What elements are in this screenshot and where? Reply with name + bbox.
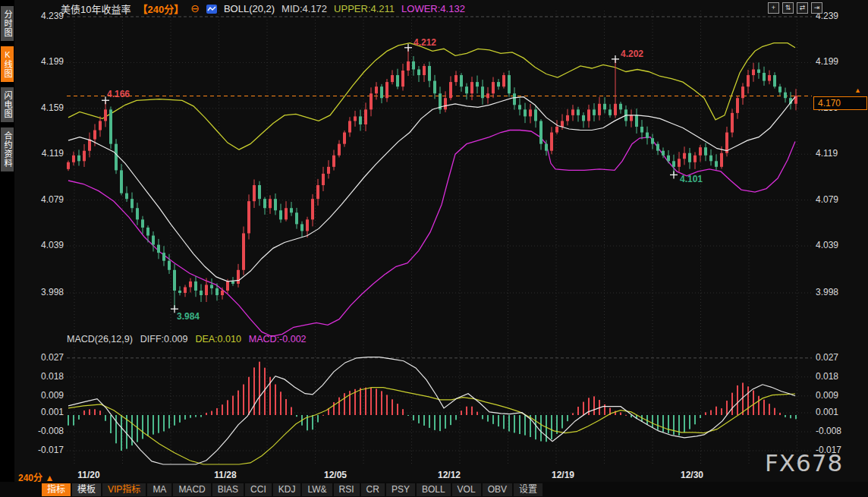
toolbar-button-VOL[interactable]: VOL — [452, 483, 481, 496]
price-extreme-annotation: 4.202 — [621, 49, 643, 59]
toolbar-button-MA[interactable]: MA — [147, 483, 171, 496]
candle — [757, 62, 760, 78]
toolbar-button-LW&[interactable]: LW& — [302, 483, 332, 496]
candle — [348, 117, 351, 137]
candle — [741, 83, 744, 105]
candle — [539, 119, 542, 149]
scale-y-icon[interactable]: ⇅ — [782, 2, 794, 14]
candle — [736, 96, 739, 119]
candle — [550, 127, 553, 154]
indicator-toolbar: 指标模板VIP指标MAMACDBIASCCIKDJLW&RSICRPSYBOLL… — [0, 482, 868, 497]
candle — [529, 104, 532, 124]
price-axis-label: 4.199 — [816, 56, 838, 67]
sidebar-tab-合约资料[interactable]: 合约资料 — [1, 127, 14, 171]
pan-right-icon[interactable]: ⇥ — [811, 2, 822, 14]
candle — [300, 222, 303, 237]
move-icon[interactable]: + — [768, 2, 779, 14]
chart-tool-icons: +⇅⇄⇥ — [768, 2, 822, 14]
price-extreme-annotation: 4.212 — [414, 37, 436, 48]
candle — [115, 139, 118, 174]
toolbar-button-设置[interactable]: 设置 — [514, 483, 542, 496]
candle — [269, 195, 272, 214]
candle — [290, 202, 293, 216]
candle — [338, 140, 341, 158]
toolbar-button-MACD[interactable]: MACD — [173, 483, 210, 496]
extreme-cross-marker — [404, 44, 412, 52]
candle — [486, 87, 489, 104]
date-axis-label: 11/28 — [214, 470, 236, 480]
candle — [88, 133, 91, 158]
price-axis-label: 4.239 — [30, 11, 64, 21]
candle — [263, 197, 266, 215]
candle — [502, 73, 505, 89]
candle — [99, 116, 102, 137]
toolbar-button-RSI[interactable]: RSI — [334, 483, 360, 496]
candle — [194, 276, 197, 297]
macd-axis-label: 0.001 — [30, 407, 64, 417]
price-axis-label: 4.199 — [30, 56, 64, 67]
macd-macd-value: MACD:-0.002 — [249, 334, 307, 344]
candle — [401, 64, 404, 91]
toolbar-button-指标[interactable]: 指标 — [42, 483, 71, 496]
candle — [444, 91, 447, 112]
toolbar-button-模板[interactable]: 模板 — [72, 483, 101, 496]
candle — [258, 181, 261, 206]
macd-dea-line — [68, 388, 795, 464]
candle — [247, 194, 250, 239]
candle — [465, 83, 468, 100]
toolbar-button-OBV[interactable]: OBV — [483, 483, 512, 496]
candle — [364, 102, 367, 131]
candle — [704, 143, 707, 161]
candle — [274, 193, 277, 215]
price-axis-label: 4.039 — [30, 240, 64, 250]
candle — [518, 98, 521, 115]
toolbar-button-CR[interactable]: CR — [361, 483, 385, 496]
sidebar-tab-闪电图[interactable]: 闪电图 — [1, 87, 14, 122]
candle — [699, 145, 702, 162]
macd-diff-value: DIFF:0.009 — [140, 334, 188, 344]
boll-params-label: BOLL(20,2) — [224, 3, 275, 14]
candle — [476, 76, 479, 94]
chart-canvas[interactable] — [0, 0, 868, 483]
macd-axis-label: -0.017 — [30, 445, 64, 455]
sidebar-tab-分时图[interactable]: 分时图 — [1, 6, 14, 41]
grid-layer — [67, 11, 812, 464]
candle — [210, 278, 213, 294]
toolbar-button-BOLL[interactable]: BOLL — [417, 483, 451, 496]
candle — [651, 134, 654, 149]
period-badge: 【240分】 — [137, 2, 184, 16]
chart-header: 美债10年收益率 【240分】 ⊖ BOLL(20,2) MID:4.172 U… — [61, 2, 465, 15]
toolbar-button-KDJ[interactable]: KDJ — [273, 483, 301, 496]
price-extreme-annotation: 4.101 — [680, 174, 703, 184]
toolbar-button-PSY[interactable]: PSY — [386, 483, 415, 496]
candle — [598, 97, 601, 121]
macd-params-label: MACD(26,12,9) — [67, 334, 133, 344]
candle — [640, 120, 643, 139]
candle — [778, 84, 782, 96]
scale-x-icon[interactable]: ⇄ — [797, 2, 808, 14]
boll-lower-value: LOWER:4.132 — [401, 3, 465, 14]
candle — [359, 110, 362, 131]
collapse-icon[interactable]: ⊖ — [190, 4, 200, 14]
toolbar-button-CCI[interactable]: CCI — [245, 483, 272, 496]
toolbar-button-VIP指标[interactable]: VIP指标 — [102, 483, 146, 496]
price-axis-label: 4.159 — [30, 102, 64, 113]
candle — [449, 76, 452, 100]
extreme-cross-marker — [670, 171, 678, 178]
candle — [688, 148, 691, 169]
candle — [773, 72, 776, 88]
candle — [784, 88, 787, 103]
toolbar-button-BIAS[interactable]: BIAS — [212, 483, 244, 496]
candle — [534, 105, 537, 127]
macd-axis-label: 0.018 — [30, 371, 64, 382]
boll-mid-line — [68, 97, 795, 282]
candle — [178, 286, 181, 295]
candle — [104, 100, 107, 127]
price-axis-label: 3.998 — [30, 287, 64, 297]
sidebar-tab-K线图[interactable]: K线图 — [1, 46, 14, 82]
macd-axis-label: 0.027 — [30, 352, 64, 363]
macd-header: MACD(26,12,9) DIFF:0.009 DEA:0.010 MACD:… — [67, 334, 307, 344]
candle — [423, 64, 426, 82]
macd-axis-label: 0.027 — [816, 352, 838, 363]
candle — [731, 109, 734, 137]
